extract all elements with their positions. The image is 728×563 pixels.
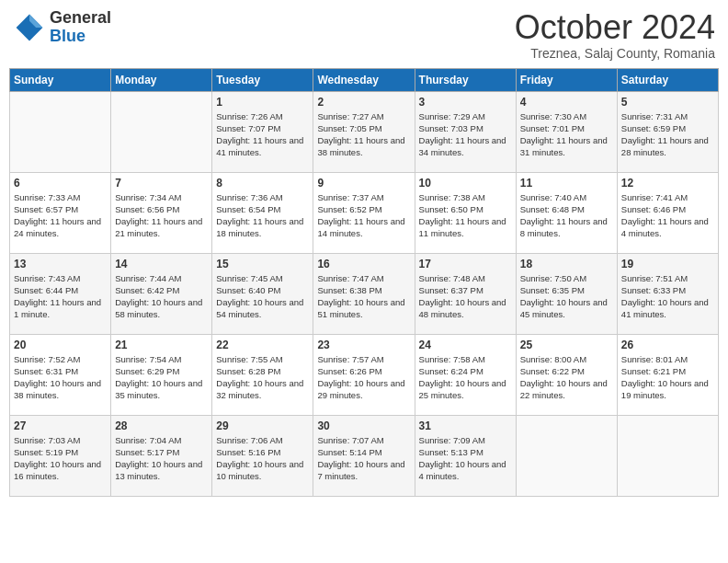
weekday-header-row: SundayMondayTuesdayWednesdayThursdayFrid…: [10, 68, 719, 91]
logo-icon: [13, 11, 46, 44]
title-block: October 2024 Treznea, Salaj County, Roma…: [515, 9, 715, 61]
calendar-cell: 21Sunrise: 7:54 AM Sunset: 6:29 PM Dayli…: [111, 334, 212, 415]
day-number: 1: [216, 96, 309, 109]
calendar-week-5: 27Sunrise: 7:03 AM Sunset: 5:19 PM Dayli…: [10, 415, 719, 496]
day-info: Sunrise: 7:07 AM Sunset: 5:14 PM Dayligh…: [317, 434, 410, 483]
day-number: 14: [115, 258, 208, 270]
day-number: 29: [216, 419, 309, 432]
day-number: 9: [317, 177, 410, 190]
calendar-cell: 25Sunrise: 8:00 AM Sunset: 6:22 PM Dayli…: [516, 334, 617, 415]
day-number: 5: [621, 96, 714, 109]
logo-general: General: [50, 9, 111, 28]
day-info: Sunrise: 7:38 AM Sunset: 6:50 PM Dayligh…: [419, 191, 512, 240]
day-number: 7: [115, 177, 208, 190]
calendar-cell: 24Sunrise: 7:58 AM Sunset: 6:24 PM Dayli…: [415, 334, 516, 415]
weekday-header-tuesday: Tuesday: [212, 68, 313, 91]
day-number: 17: [419, 258, 512, 270]
day-number: 27: [14, 419, 107, 432]
calendar-cell: 8Sunrise: 7:36 AM Sunset: 6:54 PM Daylig…: [212, 172, 313, 253]
day-info: Sunrise: 7:09 AM Sunset: 5:13 PM Dayligh…: [419, 434, 512, 483]
calendar-table: SundayMondayTuesdayWednesdayThursdayFrid…: [9, 68, 719, 497]
day-number: 10: [419, 177, 512, 190]
day-number: 30: [317, 419, 410, 432]
calendar-cell: 1Sunrise: 7:26 AM Sunset: 7:07 PM Daylig…: [212, 91, 313, 172]
day-info: Sunrise: 7:37 AM Sunset: 6:52 PM Dayligh…: [317, 191, 410, 240]
day-info: Sunrise: 7:06 AM Sunset: 5:16 PM Dayligh…: [216, 434, 309, 483]
day-info: Sunrise: 7:40 AM Sunset: 6:48 PM Dayligh…: [520, 191, 613, 240]
day-info: Sunrise: 7:51 AM Sunset: 6:33 PM Dayligh…: [621, 272, 714, 321]
day-info: Sunrise: 7:58 AM Sunset: 6:24 PM Dayligh…: [419, 353, 512, 402]
day-info: Sunrise: 7:33 AM Sunset: 6:57 PM Dayligh…: [14, 191, 107, 240]
calendar-week-4: 20Sunrise: 7:52 AM Sunset: 6:31 PM Dayli…: [10, 334, 719, 415]
day-number: 6: [14, 177, 107, 190]
logo: General Blue: [13, 9, 111, 46]
calendar-cell: 20Sunrise: 7:52 AM Sunset: 6:31 PM Dayli…: [10, 334, 111, 415]
day-info: Sunrise: 7:44 AM Sunset: 6:42 PM Dayligh…: [115, 272, 208, 321]
calendar-week-1: 1Sunrise: 7:26 AM Sunset: 7:07 PM Daylig…: [10, 91, 719, 172]
calendar-cell: 7Sunrise: 7:34 AM Sunset: 6:56 PM Daylig…: [111, 172, 212, 253]
logo-text: General Blue: [50, 9, 111, 46]
calendar-cell: 18Sunrise: 7:50 AM Sunset: 6:35 PM Dayli…: [516, 253, 617, 334]
weekday-header-wednesday: Wednesday: [313, 68, 415, 91]
calendar-cell: 29Sunrise: 7:06 AM Sunset: 5:16 PM Dayli…: [212, 415, 313, 496]
calendar-cell: [516, 415, 617, 496]
calendar-cell: [10, 91, 111, 172]
calendar-cell: 30Sunrise: 7:07 AM Sunset: 5:14 PM Dayli…: [313, 415, 415, 496]
calendar-cell: 9Sunrise: 7:37 AM Sunset: 6:52 PM Daylig…: [313, 172, 415, 253]
calendar-cell: 4Sunrise: 7:30 AM Sunset: 7:01 PM Daylig…: [516, 91, 617, 172]
day-number: 26: [621, 339, 714, 351]
day-number: 3: [419, 96, 512, 109]
weekday-header-monday: Monday: [111, 68, 212, 91]
calendar-cell: 13Sunrise: 7:43 AM Sunset: 6:44 PM Dayli…: [10, 253, 111, 334]
calendar-cell: 15Sunrise: 7:45 AM Sunset: 6:40 PM Dayli…: [212, 253, 313, 334]
day-info: Sunrise: 7:34 AM Sunset: 6:56 PM Dayligh…: [115, 191, 208, 240]
day-number: 18: [520, 258, 613, 270]
day-number: 2: [317, 96, 410, 109]
day-info: Sunrise: 7:03 AM Sunset: 5:19 PM Dayligh…: [14, 434, 107, 483]
day-info: Sunrise: 7:36 AM Sunset: 6:54 PM Dayligh…: [216, 191, 309, 240]
day-number: 28: [115, 419, 208, 432]
calendar-cell: 17Sunrise: 7:48 AM Sunset: 6:37 PM Dayli…: [415, 253, 516, 334]
calendar-cell: 12Sunrise: 7:41 AM Sunset: 6:46 PM Dayli…: [617, 172, 718, 253]
day-info: Sunrise: 7:04 AM Sunset: 5:17 PM Dayligh…: [115, 434, 208, 483]
calendar-cell: 2Sunrise: 7:27 AM Sunset: 7:05 PM Daylig…: [313, 91, 415, 172]
calendar-cell: 28Sunrise: 7:04 AM Sunset: 5:17 PM Dayli…: [111, 415, 212, 496]
calendar-cell: 10Sunrise: 7:38 AM Sunset: 6:50 PM Dayli…: [415, 172, 516, 253]
calendar-week-3: 13Sunrise: 7:43 AM Sunset: 6:44 PM Dayli…: [10, 253, 719, 334]
day-number: 15: [216, 258, 309, 270]
day-number: 24: [419, 339, 512, 351]
day-info: Sunrise: 7:31 AM Sunset: 6:59 PM Dayligh…: [621, 110, 714, 159]
location: Treznea, Salaj County, Romania: [515, 46, 715, 61]
calendar-cell: 3Sunrise: 7:29 AM Sunset: 7:03 PM Daylig…: [415, 91, 516, 172]
day-info: Sunrise: 7:45 AM Sunset: 6:40 PM Dayligh…: [216, 272, 309, 321]
day-number: 13: [14, 258, 107, 270]
calendar-cell: 14Sunrise: 7:44 AM Sunset: 6:42 PM Dayli…: [111, 253, 212, 334]
day-info: Sunrise: 7:50 AM Sunset: 6:35 PM Dayligh…: [520, 272, 613, 321]
calendar-cell: 22Sunrise: 7:55 AM Sunset: 6:28 PM Dayli…: [212, 334, 313, 415]
day-info: Sunrise: 7:47 AM Sunset: 6:38 PM Dayligh…: [317, 272, 410, 321]
day-info: Sunrise: 7:55 AM Sunset: 6:28 PM Dayligh…: [216, 353, 309, 402]
calendar-cell: 6Sunrise: 7:33 AM Sunset: 6:57 PM Daylig…: [10, 172, 111, 253]
page-header: General Blue October 2024 Treznea, Salaj…: [9, 9, 719, 61]
day-number: 25: [520, 339, 613, 351]
weekday-header-friday: Friday: [516, 68, 617, 91]
day-info: Sunrise: 7:30 AM Sunset: 7:01 PM Dayligh…: [520, 110, 613, 159]
weekday-header-saturday: Saturday: [617, 68, 718, 91]
day-info: Sunrise: 7:54 AM Sunset: 6:29 PM Dayligh…: [115, 353, 208, 402]
day-info: Sunrise: 7:29 AM Sunset: 7:03 PM Dayligh…: [419, 110, 512, 159]
calendar-cell: [111, 91, 212, 172]
calendar-cell: 23Sunrise: 7:57 AM Sunset: 6:26 PM Dayli…: [313, 334, 415, 415]
calendar-cell: 16Sunrise: 7:47 AM Sunset: 6:38 PM Dayli…: [313, 253, 415, 334]
calendar-week-2: 6Sunrise: 7:33 AM Sunset: 6:57 PM Daylig…: [10, 172, 719, 253]
calendar-cell: 31Sunrise: 7:09 AM Sunset: 5:13 PM Dayli…: [415, 415, 516, 496]
month-title: October 2024: [515, 9, 715, 46]
day-number: 22: [216, 339, 309, 351]
day-info: Sunrise: 7:27 AM Sunset: 7:05 PM Dayligh…: [317, 110, 410, 159]
day-info: Sunrise: 7:41 AM Sunset: 6:46 PM Dayligh…: [621, 191, 714, 240]
day-number: 11: [520, 177, 613, 190]
day-number: 8: [216, 177, 309, 190]
day-info: Sunrise: 8:00 AM Sunset: 6:22 PM Dayligh…: [520, 353, 613, 402]
day-info: Sunrise: 7:57 AM Sunset: 6:26 PM Dayligh…: [317, 353, 410, 402]
day-info: Sunrise: 7:43 AM Sunset: 6:44 PM Dayligh…: [14, 272, 107, 321]
calendar-cell: 26Sunrise: 8:01 AM Sunset: 6:21 PM Dayli…: [617, 334, 718, 415]
